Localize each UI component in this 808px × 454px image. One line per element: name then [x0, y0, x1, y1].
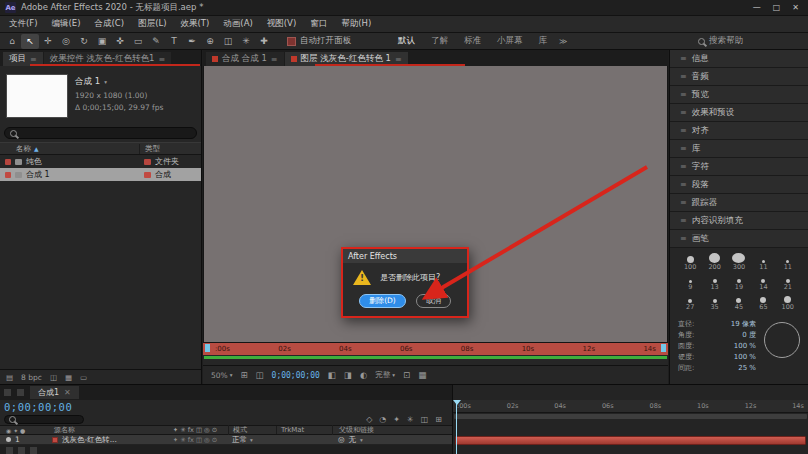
panel-menu-icon[interactable]: ≡: [271, 55, 278, 64]
pen-tool[interactable]: ✎: [147, 34, 165, 49]
brush-param-value[interactable]: 100 %: [734, 341, 756, 352]
zoom-level-select[interactable]: 50%▾: [211, 371, 232, 380]
motion-blur-icon[interactable]: ◫: [421, 415, 429, 424]
cancel-button[interactable]: 取消: [416, 294, 451, 308]
ruler-handle-left[interactable]: [205, 344, 210, 352]
layer-name[interactable]: 浅灰色-红色转...: [62, 435, 117, 445]
layer-row[interactable]: 1 浅灰色-红色转... ✦ ✳ fx ◫ ◎ ⊙ 正常▾ ◎无▾: [0, 435, 452, 445]
close-icon[interactable]: ✕: [792, 3, 799, 12]
blend-mode-select[interactable]: 正常▾: [228, 435, 276, 445]
menu-item[interactable]: 帮助(H): [334, 17, 378, 31]
work-area-bar[interactable]: [454, 414, 807, 419]
selection-tool[interactable]: ↖: [21, 34, 39, 49]
zoom-tool[interactable]: ◎: [57, 34, 75, 49]
menu-item[interactable]: 编辑(E): [45, 17, 88, 31]
brush-param-value[interactable]: 25 %: [738, 363, 756, 374]
trash-icon[interactable]: ▭: [80, 373, 87, 382]
brush-preset[interactable]: 100: [678, 253, 702, 271]
menu-item[interactable]: 动画(A): [216, 17, 259, 31]
panel-menu-icon[interactable]: ≡: [395, 55, 402, 64]
resolution-select[interactable]: 完整▾: [375, 370, 395, 380]
brush-preset[interactable]: 45: [727, 293, 751, 311]
workspace-tab[interactable]: 默认: [391, 34, 422, 48]
new-composition-icon[interactable]: ▦: [65, 373, 72, 382]
column-parent-link[interactable]: 父级和链接: [332, 425, 452, 435]
panel-menu-icon[interactable]: ≡: [158, 55, 165, 64]
clone-stamp-tool[interactable]: ⊕: [201, 34, 219, 49]
hand-tool[interactable]: ✛: [39, 34, 57, 49]
toggle-modes-icon[interactable]: [18, 447, 25, 454]
panel-section-header[interactable]: ≡预览: [670, 86, 808, 104]
menu-item[interactable]: 视图(V): [260, 17, 303, 31]
eraser-tool[interactable]: ◫: [219, 34, 237, 49]
column-mode[interactable]: 模式: [228, 425, 276, 435]
brush-tool[interactable]: ✒: [183, 34, 201, 49]
maximize-icon[interactable]: □: [773, 3, 781, 12]
bit-depth-label[interactable]: 8 bpc: [21, 373, 42, 382]
layer-switches[interactable]: ✦ ✳ fx ◫ ◎ ⊙: [162, 436, 228, 444]
brush-preset[interactable]: 9: [678, 273, 702, 291]
menu-item[interactable]: 窗口: [303, 17, 334, 31]
brush-preset[interactable]: 27: [678, 293, 702, 311]
grid-and-guides-icon[interactable]: ⊞: [240, 370, 247, 380]
brush-preset[interactable]: 100: [776, 293, 800, 311]
brush-preset[interactable]: 11: [776, 253, 800, 271]
brush-preset[interactable]: 11: [751, 253, 775, 271]
workspace-tab[interactable]: 标准: [457, 34, 488, 48]
ruler-handle-right[interactable]: [661, 344, 666, 352]
timeline-search-input[interactable]: [4, 415, 84, 424]
panel-section-header[interactable]: ≡音频: [670, 68, 808, 86]
workspace-tab[interactable]: 了解: [424, 34, 455, 48]
current-timecode[interactable]: 0;00;00;00: [4, 401, 72, 413]
panel-section-header[interactable]: ≡效果和预设: [670, 104, 808, 122]
orbit-camera-tool[interactable]: ↻: [75, 34, 93, 49]
minimize-icon[interactable]: —: [753, 3, 761, 12]
column-source-name[interactable]: 源名称: [50, 425, 162, 435]
viewer-tab[interactable]: 合成 合成 1≡: [206, 52, 284, 66]
label-color-chip[interactable]: [5, 159, 11, 165]
show-snapshot-icon[interactable]: ◨: [344, 370, 352, 380]
project-row[interactable]: 纯色 文件夹: [0, 155, 201, 168]
playhead[interactable]: [456, 400, 457, 454]
layer-duration-bar[interactable]: [455, 436, 806, 445]
parent-link-select[interactable]: ◎无▾: [332, 435, 452, 445]
toolbar-option[interactable]: 自动打开面板: [287, 35, 351, 47]
project-search-input[interactable]: [4, 127, 197, 139]
project-row[interactable]: 合成 1 合成: [0, 168, 201, 181]
menu-item[interactable]: 效果(T): [174, 17, 217, 31]
brush-preset[interactable]: 13: [702, 273, 726, 291]
region-of-interest-icon[interactable]: ⊡: [403, 370, 410, 380]
panel-section-header[interactable]: ≡跟踪器: [670, 194, 808, 212]
expand-icon[interactable]: [30, 447, 37, 454]
layer-viewer-canvas[interactable]: After Effects 是否删除此项目? 删除(D) 取消: [203, 66, 668, 343]
column-trkmat[interactable]: TrkMat: [276, 426, 332, 434]
brush-preset[interactable]: 19: [727, 273, 751, 291]
timeline-tab[interactable]: 合成1✕: [30, 386, 79, 399]
brush-preset[interactable]: 200: [702, 253, 726, 271]
panel-section-header[interactable]: ≡字符: [670, 158, 808, 176]
graph-editor-icon[interactable]: ⊞: [435, 415, 442, 424]
mask-visibility-icon[interactable]: ◫: [256, 370, 264, 380]
preview-comp-name[interactable]: 合成 1: [75, 76, 100, 88]
home-tool[interactable]: ⌂: [3, 34, 21, 49]
panel-section-header[interactable]: ≡段落: [670, 176, 808, 194]
roto-brush-tool[interactable]: ✳: [237, 34, 255, 49]
channels-icon[interactable]: ◐: [360, 370, 367, 380]
workspace-tab[interactable]: 库: [532, 34, 555, 48]
viewer-timecode[interactable]: 0;00;00;00: [272, 371, 320, 380]
panel-section-header[interactable]: ≡画笔: [670, 230, 808, 248]
brush-param-value[interactable]: 19 像素: [731, 319, 756, 330]
panel-section-header[interactable]: ≡对齐: [670, 122, 808, 140]
column-type[interactable]: 类型: [145, 144, 160, 154]
menu-item[interactable]: 合成(C): [88, 17, 132, 31]
draft-3d-icon[interactable]: ◔: [379, 415, 386, 424]
workspace-tab[interactable]: 小屏幕: [490, 34, 530, 48]
panel-menu-icon[interactable]: ≡: [30, 55, 37, 64]
label-color-chip[interactable]: [5, 172, 11, 178]
transparency-grid-icon[interactable]: ▦: [418, 370, 426, 380]
brush-param-value[interactable]: 100 %: [734, 352, 756, 363]
brush-preset[interactable]: 300: [727, 253, 751, 271]
frame-blending-icon[interactable]: ✳: [407, 415, 414, 424]
brush-preset[interactable]: 35: [702, 293, 726, 311]
type-tool[interactable]: T: [165, 34, 183, 49]
